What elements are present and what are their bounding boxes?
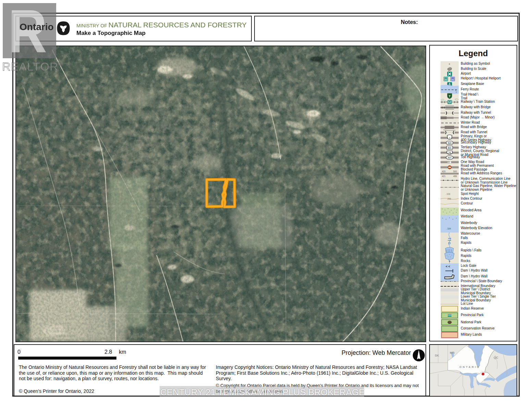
svg-text:499: 499 <box>453 175 457 177</box>
svg-text:7: 7 <box>449 137 450 139</box>
svg-text:QC: QC <box>494 356 498 359</box>
svg-text:H: H <box>445 78 447 81</box>
svg-text:ONTARIO: ONTARIO <box>459 365 480 369</box>
svg-text:28: 28 <box>448 152 451 154</box>
svg-text:421: 421 <box>442 175 446 177</box>
svg-text:H: H <box>452 78 454 81</box>
svg-text:420: 420 <box>442 170 446 173</box>
svg-text:407: 407 <box>448 157 451 159</box>
svg-text:500: 500 <box>453 170 457 173</box>
svg-text:. 184: . 184 <box>446 227 451 230</box>
svg-text:T: T <box>449 95 451 98</box>
svg-text:801: 801 <box>448 147 451 149</box>
svg-text:SK: SK <box>435 354 439 357</box>
svg-text:< <: < < <box>446 265 450 268</box>
svg-text:524: 524 <box>448 142 451 144</box>
svg-text:. 338: . 338 <box>445 193 450 195</box>
svg-text:200: 200 <box>447 198 451 200</box>
svg-text:MB: MB <box>450 351 455 354</box>
